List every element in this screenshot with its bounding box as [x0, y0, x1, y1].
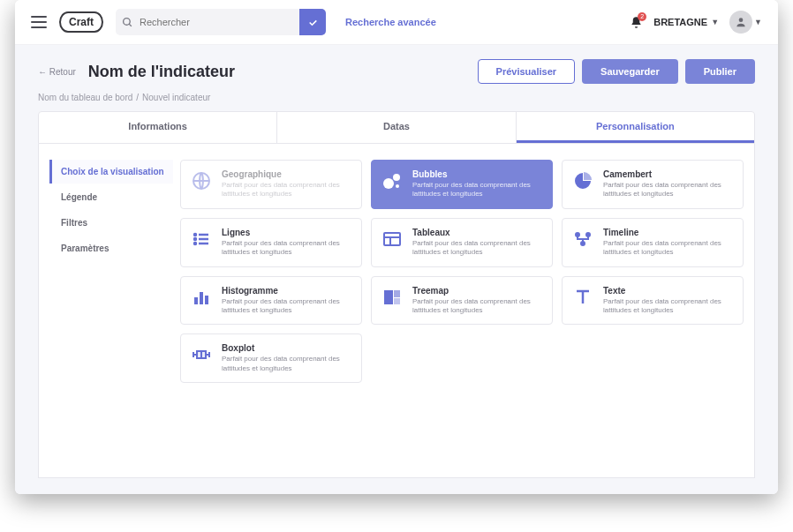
card-title: Treemap [412, 286, 543, 296]
svg-rect-19 [194, 297, 198, 304]
card-desc: Parfait pour des data comprenant des lat… [603, 181, 734, 199]
card-title: Histogramme [222, 286, 352, 296]
search-field [116, 9, 326, 35]
card-histogramme[interactable]: HistogrammeParfait pour des data compren… [180, 276, 362, 326]
svg-rect-22 [384, 290, 393, 304]
svg-rect-21 [205, 296, 208, 304]
globe-icon [190, 169, 213, 192]
menu-icon[interactable] [31, 16, 47, 28]
tabs: Informations Datas Personnalisation [38, 111, 755, 144]
card-title: Geographique [222, 169, 352, 179]
card-bubbles[interactable]: BubblesParfait pour des data comprenant … [371, 160, 553, 209]
svg-point-2 [739, 18, 744, 22]
card-title: Texte [603, 286, 734, 296]
tab-informations[interactable]: Informations [39, 112, 277, 143]
card-title: Bubbles [412, 169, 543, 179]
publish-button[interactable]: Publier [685, 59, 755, 84]
card-desc: Parfait pour des data comprenant des lat… [412, 297, 543, 316]
svg-rect-13 [384, 233, 400, 245]
card-title: Boxplot [222, 343, 352, 353]
card-lignes[interactable]: LignesParfait pour des data comprenant d… [180, 218, 362, 267]
card-title: Timeline [603, 228, 734, 237]
topbar: Craft Recherche avancée 2 BRETAGNE▼ ▼ [15, 0, 778, 45]
viz-grid: GeographiqueParfait pour des data compre… [180, 160, 744, 461]
svg-rect-23 [394, 290, 400, 297]
card-desc: Parfait pour des data comprenant des lat… [222, 355, 352, 373]
user-menu[interactable]: ▼ [729, 11, 762, 34]
sidenav-parametres[interactable]: Paramètres [49, 236, 173, 260]
table-icon [381, 228, 404, 251]
breadcrumb: Nom du tableau de bord/Nouvel indicateur [15, 93, 778, 111]
svg-point-16 [576, 233, 579, 236]
sidenav-legende[interactable]: Légende [49, 185, 173, 209]
region-selector[interactable]: BRETAGNE▼ [653, 17, 719, 27]
timeline-icon [571, 228, 594, 251]
search-submit-button[interactable] [299, 9, 326, 35]
logo: Craft [59, 11, 103, 33]
search-icon [116, 17, 140, 28]
side-nav: Choix de la visualisation Légende Filtre… [49, 160, 173, 461]
tab-datas[interactable]: Datas [277, 112, 516, 143]
svg-line-1 [129, 24, 132, 26]
notification-badge: 2 [638, 12, 646, 21]
svg-point-17 [586, 233, 590, 236]
card-desc: Parfait pour des data comprenant des lat… [603, 239, 734, 258]
save-button[interactable]: Sauvegarder [582, 59, 678, 84]
search-input[interactable] [140, 17, 299, 27]
svg-point-0 [124, 18, 131, 25]
card-camembert[interactable]: CamembertParfait pour des data comprenan… [562, 160, 744, 209]
card-geographique[interactable]: GeographiqueParfait pour des data compre… [180, 160, 362, 209]
back-link[interactable]: ← Retour [38, 67, 76, 77]
svg-point-11 [194, 243, 196, 244]
avatar-icon [729, 11, 752, 34]
svg-point-7 [194, 234, 196, 236]
card-texte[interactable]: TexteParfait pour des data comprenant de… [562, 276, 744, 326]
card-desc: Parfait pour des data comprenant des lat… [603, 297, 734, 316]
bubbles-icon [381, 169, 404, 192]
card-desc: Parfait pour des data comprenant des lat… [412, 181, 543, 199]
svg-point-5 [393, 174, 400, 181]
card-title: Tableaux [412, 228, 543, 237]
boxplot-icon [190, 343, 213, 366]
card-desc: Parfait pour des data comprenant des lat… [222, 239, 352, 258]
tab-personnalisation[interactable]: Personnalisation [517, 112, 754, 143]
page-title: Nom de l'indicateur [88, 63, 235, 81]
card-treemap[interactable]: TreemapParfait pour des data comprenant … [371, 276, 553, 326]
svg-rect-24 [394, 298, 400, 304]
card-desc: Parfait pour des data comprenant des lat… [222, 297, 352, 316]
text-icon [571, 286, 594, 309]
card-timeline[interactable]: TimelineParfait pour des data comprenant… [562, 218, 744, 267]
advanced-search-link[interactable]: Recherche avancée [345, 17, 436, 27]
treemap-icon [381, 286, 404, 309]
notifications-icon[interactable]: 2 [630, 16, 643, 29]
card-desc: Parfait pour des data comprenant des lat… [412, 239, 543, 258]
list-icon [190, 228, 213, 251]
svg-rect-20 [200, 292, 203, 304]
card-boxplot[interactable]: BoxplotParfait pour des data comprenant … [180, 333, 362, 383]
pie-icon [571, 169, 594, 192]
sidenav-filtres[interactable]: Filtres [49, 211, 173, 235]
preview-button[interactable]: Prévisualiser [478, 59, 576, 84]
svg-point-6 [396, 184, 399, 188]
card-title: Camembert [603, 169, 734, 179]
svg-point-9 [194, 238, 196, 240]
svg-point-4 [383, 178, 394, 189]
card-title: Lignes [222, 228, 352, 237]
card-desc: Parfait pour des data comprenant des lat… [222, 181, 352, 199]
sidenav-visualisation[interactable]: Choix de la visualisation [49, 160, 173, 184]
bar-icon [190, 286, 213, 309]
svg-point-18 [581, 242, 585, 245]
card-tableaux[interactable]: TableauxParfait pour des data comprenant… [371, 218, 553, 267]
